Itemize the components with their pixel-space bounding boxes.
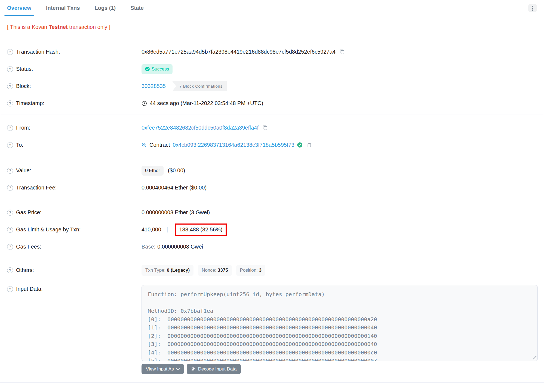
transaction-fee-value: 0.000400464 Ether ($0.00) [142, 185, 207, 191]
input-hex-line: [2]:000000000000000000000000000000000000… [148, 332, 531, 340]
row-input-data: ?Input Data: Function: performUpkeep(uin… [7, 285, 537, 374]
input-hex-line: [4]:000000000000000000000000000000000000… [148, 348, 531, 357]
block-confirmations-badge: 7 Block Confirmations [172, 81, 227, 91]
row-label: Value: [16, 167, 31, 174]
help-icon[interactable]: ? [7, 66, 13, 72]
input-function-line: Function: performUpkeep(uint256 id, byte… [148, 290, 531, 299]
row-label: Block: [16, 83, 31, 89]
input-hex-line: [1]:000000000000000000000000000000000000… [148, 323, 531, 332]
value-usd: ($0.00) [168, 167, 185, 174]
clock-icon [142, 101, 147, 106]
input-methodid-line: MethodID: 0x7bbaf1ea [148, 307, 531, 315]
row-label: Status: [16, 66, 33, 72]
row-label: Transaction Fee: [16, 185, 57, 191]
input-data-textarea[interactable]: Function: performUpkeep(uint256 id, byte… [142, 285, 538, 361]
copy-icon[interactable] [306, 142, 312, 148]
input-hex-line: [3]:000000000000000000000000000000000000… [148, 340, 531, 348]
input-hex-line: [0]:000000000000000000000000000000000000… [148, 315, 531, 324]
help-icon[interactable]: ? [7, 244, 13, 250]
row-label: Gas Price: [16, 209, 41, 216]
help-icon[interactable]: ? [7, 49, 13, 55]
row-label: Gas Fees: [16, 244, 41, 250]
row-transaction-fee: ?Transaction Fee: 0.000400464 Ether ($0.… [7, 179, 537, 196]
help-icon[interactable]: ? [7, 83, 13, 89]
help-icon[interactable]: ? [7, 210, 13, 216]
gas-price-value: 0.000000003 Ether (3 Gwei) [142, 209, 210, 216]
row-from: ?From: 0xfee7522e8482682cf50ddc50a0f8da2… [7, 119, 537, 136]
copy-icon[interactable] [262, 125, 268, 131]
kebab-icon [532, 6, 533, 7]
zoom-in-icon [142, 142, 147, 148]
txn-type-badge: Txn Type: 0 (Legacy) [142, 265, 193, 276]
to-kind: Contract [149, 142, 170, 148]
row-label: To: [16, 142, 23, 148]
tab-logs[interactable]: Logs (1) [94, 0, 116, 16]
transaction-detail-card: Overview Internal Txns Logs (1) State [ … [0, 0, 544, 392]
gas-limit-value: 410,000 [142, 226, 161, 233]
row-label: From: [16, 125, 30, 131]
gas-usage-value: 133,488 (32.56%) [179, 226, 223, 232]
decode-icon [191, 367, 196, 371]
row-label: Input Data: [16, 286, 43, 292]
help-icon[interactable]: ? [7, 125, 13, 131]
help-icon[interactable]: ? [7, 100, 13, 106]
row-to: ?To: Contract 0x4cb093f226983713164a6213… [7, 136, 537, 154]
base-fee-value: 0.000000008 Gwei [157, 244, 203, 250]
row-label: Gas Limit & Usage by Txn: [16, 226, 81, 233]
row-transaction-hash: ?Transaction Hash: 0x86ed5a771e725aa94d5… [7, 43, 537, 60]
annotation-box: 133,488 (32.56%) [175, 223, 227, 236]
decode-input-data-button[interactable]: Decode Input Data [187, 364, 241, 374]
chevron-down-icon [176, 368, 180, 370]
base-fee-label: Base: [142, 244, 155, 250]
view-input-as-button[interactable]: View Input As [142, 364, 184, 374]
tab-state[interactable]: State [130, 0, 144, 16]
row-block: ?Block: 30328535 7 Block Confirmations [7, 78, 537, 95]
help-icon[interactable]: ? [7, 267, 13, 273]
row-label: Transaction Hash: [16, 49, 60, 55]
help-icon[interactable]: ? [7, 142, 13, 148]
position-badge: Position: 3 [236, 265, 265, 276]
row-gas-limit-usage: ?Gas Limit & Usage by Txn: 410,000 | 133… [7, 221, 537, 238]
nonce-badge: Nonce: 3375 [198, 265, 232, 276]
status-badge: Success [142, 64, 173, 74]
divider [0, 382, 544, 383]
row-value: ?Value: 0 Ether ($0.00) [7, 162, 537, 179]
help-icon[interactable]: ? [7, 286, 13, 292]
resize-handle[interactable] [533, 356, 537, 360]
testnet-notice: [ This is a Kovan Testnet transaction on… [7, 23, 537, 31]
value-badge: 0 Ether [142, 166, 164, 176]
row-status: ?Status: Success [7, 60, 537, 78]
help-icon[interactable]: ? [7, 185, 13, 191]
help-icon[interactable]: ? [7, 227, 13, 233]
check-circle-icon [145, 67, 150, 71]
row-others: ?Others: Txn Type: 0 (Legacy) Nonce: 337… [7, 262, 537, 279]
verified-check-icon [297, 142, 302, 148]
row-gas-price: ?Gas Price: 0.000000003 Ether (3 Gwei) [7, 204, 537, 221]
separator: | [167, 226, 168, 233]
block-number-link[interactable]: 30328535 [142, 83, 166, 89]
row-label: Timestamp: [16, 100, 44, 106]
tab-internal-txns[interactable]: Internal Txns [46, 0, 80, 16]
row-gas-fees: ?Gas Fees: Base: 0.000000008 Gwei [7, 238, 537, 255]
row-timestamp: ?Timestamp: 44 secs ago (Mar-11-2022 03:… [7, 95, 537, 112]
input-hex-line: [5]:000000000000000000000000000000000000… [148, 357, 531, 361]
to-address-link[interactable]: 0x4cb093f226983713164a62138c3f718a5b595f… [173, 142, 294, 148]
transaction-hash-value: 0x86ed5a771e725aa94d5b7fa2398e4419e216d8… [142, 49, 336, 55]
timestamp-value: 44 secs ago (Mar-11-2022 03:54:48 PM +UT… [150, 100, 263, 106]
copy-icon[interactable] [339, 49, 345, 55]
tab-overview[interactable]: Overview [7, 0, 31, 16]
row-label: Others: [16, 267, 34, 273]
help-icon[interactable]: ? [7, 168, 13, 174]
from-address-link[interactable]: 0xfee7522e8482682cf50ddc50a0f8da2a39effa… [142, 125, 259, 131]
tab-bar: Overview Internal Txns Logs (1) State [0, 0, 544, 16]
more-options-button[interactable] [528, 4, 537, 12]
